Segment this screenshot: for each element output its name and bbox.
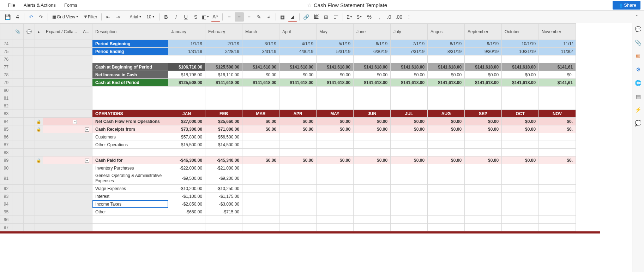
- data-cell[interactable]: $0.00: [391, 118, 428, 125]
- row-comment-cell[interactable]: [24, 71, 35, 79]
- row-label[interactable]: Other Operations: [92, 141, 168, 149]
- data-cell[interactable]: 2/28/19: [205, 48, 242, 55]
- data-cell[interactable]: 6/30/19: [354, 48, 391, 55]
- data-cell[interactable]: $0.00: [354, 156, 391, 164]
- expand-cell[interactable]: [43, 63, 80, 71]
- data-cell[interactable]: [428, 208, 465, 216]
- row-attach-cell[interactable]: [12, 193, 24, 200]
- data-cell[interactable]: [317, 133, 354, 141]
- data-cell[interactable]: -$1,100.00: [168, 193, 205, 200]
- data-cell[interactable]: $141,618.00: [428, 79, 465, 87]
- row-comment-cell[interactable]: [24, 110, 35, 118]
- data-cell[interactable]: 11/30/: [539, 48, 576, 55]
- data-cell[interactable]: [242, 94, 279, 102]
- data-cell[interactable]: [539, 141, 576, 149]
- data-cell[interactable]: [279, 133, 317, 141]
- more-icon[interactable]: ⋮: [404, 12, 414, 22]
- data-cell[interactable]: $0.00: [354, 118, 391, 125]
- att-cell[interactable]: [80, 110, 92, 118]
- row-comment-cell[interactable]: [24, 156, 35, 164]
- section-header-month[interactable]: AUG: [428, 110, 465, 118]
- row-attach-cell[interactable]: [12, 79, 24, 87]
- row-attach-cell[interactable]: [12, 208, 24, 216]
- row-attach-cell[interactable]: [12, 172, 24, 185]
- row-comment-cell[interactable]: [24, 200, 35, 208]
- data-cell[interactable]: $106,710.00: [168, 63, 205, 71]
- row-comment-cell[interactable]: [24, 63, 35, 71]
- att-cell[interactable]: [80, 224, 92, 231]
- data-cell[interactable]: [279, 164, 317, 172]
- data-cell[interactable]: [317, 193, 354, 200]
- row-attach-cell[interactable]: [12, 125, 24, 133]
- col-month-4[interactable]: May: [317, 24, 354, 40]
- data-cell[interactable]: [502, 164, 539, 172]
- data-cell[interactable]: [168, 149, 205, 156]
- section-header-month[interactable]: NOV: [539, 110, 576, 118]
- data-cell[interactable]: [539, 102, 576, 110]
- row-comment-cell[interactable]: [24, 48, 35, 55]
- collapse-toggle-icon[interactable]: −: [85, 128, 89, 132]
- data-cell[interactable]: [168, 94, 205, 102]
- cellformat-icon[interactable]: ▦: [278, 12, 287, 22]
- row-lock-cell[interactable]: [35, 63, 43, 71]
- data-cell[interactable]: $0.00: [391, 71, 428, 79]
- strike-icon[interactable]: S: [191, 12, 200, 22]
- row-lock-cell[interactable]: [35, 133, 43, 141]
- att-cell[interactable]: [80, 87, 92, 94]
- data-cell[interactable]: [391, 172, 428, 185]
- expand-cell[interactable]: [43, 185, 80, 193]
- data-cell[interactable]: [428, 141, 465, 149]
- row-num[interactable]: 90: [0, 164, 12, 172]
- col-description[interactable]: Description: [92, 24, 168, 40]
- row-attach-cell[interactable]: [12, 118, 24, 125]
- data-cell[interactable]: $0.00: [465, 118, 502, 125]
- data-cell[interactable]: $0.00: [279, 118, 317, 125]
- data-cell[interactable]: [428, 185, 465, 193]
- row-lock-cell[interactable]: [35, 94, 43, 102]
- data-cell[interactable]: 1/1/19: [168, 40, 205, 48]
- data-cell[interactable]: [317, 185, 354, 193]
- data-cell[interactable]: $141,618.00: [242, 79, 279, 87]
- currency-icon[interactable]: $▼: [355, 12, 364, 22]
- expand-cell[interactable]: [43, 71, 80, 79]
- row-comment-cell[interactable]: [24, 40, 35, 48]
- att-cell[interactable]: [80, 133, 92, 141]
- data-cell[interactable]: -$22,000.00: [168, 164, 205, 172]
- data-cell[interactable]: [205, 149, 242, 156]
- data-cell[interactable]: [539, 94, 576, 102]
- row-num[interactable]: 94: [0, 200, 12, 208]
- data-cell[interactable]: [539, 193, 576, 200]
- data-cell[interactable]: [168, 224, 205, 231]
- data-cell[interactable]: [391, 200, 428, 208]
- data-cell[interactable]: [279, 94, 317, 102]
- data-cell[interactable]: [279, 87, 317, 94]
- data-cell[interactable]: 9/30/19: [465, 48, 502, 55]
- expand-cell[interactable]: [43, 40, 80, 48]
- menu-alerts[interactable]: Alerts & Actions: [19, 1, 60, 9]
- data-cell[interactable]: [354, 193, 391, 200]
- data-cell[interactable]: [242, 141, 279, 149]
- collapse-toggle-icon[interactable]: −: [85, 159, 89, 163]
- section-header-month[interactable]: FEB: [205, 110, 242, 118]
- data-cell[interactable]: [539, 185, 576, 193]
- data-cell[interactable]: -$10,200.00: [168, 185, 205, 193]
- row-attach-cell[interactable]: [12, 224, 24, 231]
- data-cell[interactable]: -$46,300.00: [168, 156, 205, 164]
- data-cell[interactable]: [205, 94, 242, 102]
- data-cell[interactable]: $141,618.00: [502, 79, 539, 87]
- att-cell[interactable]: [80, 200, 92, 208]
- data-cell[interactable]: [205, 216, 242, 224]
- data-cell[interactable]: $56,500.00: [205, 133, 242, 141]
- data-cell[interactable]: $0.00: [502, 156, 539, 164]
- data-cell[interactable]: 9/1/19: [465, 40, 502, 48]
- data-cell[interactable]: [465, 149, 502, 156]
- grid[interactable]: 📎💬▸Expand / Colla...A...DescriptionJanua…: [0, 23, 632, 272]
- data-cell[interactable]: $57,800.00: [168, 133, 205, 141]
- data-cell[interactable]: [242, 164, 279, 172]
- data-cell[interactable]: $141,618.00: [465, 63, 502, 71]
- row-lock-cell[interactable]: [35, 164, 43, 172]
- data-cell[interactable]: $15,500.00: [168, 141, 205, 149]
- data-cell[interactable]: 11/1/: [539, 40, 576, 48]
- data-cell[interactable]: [502, 185, 539, 193]
- data-cell[interactable]: [354, 87, 391, 94]
